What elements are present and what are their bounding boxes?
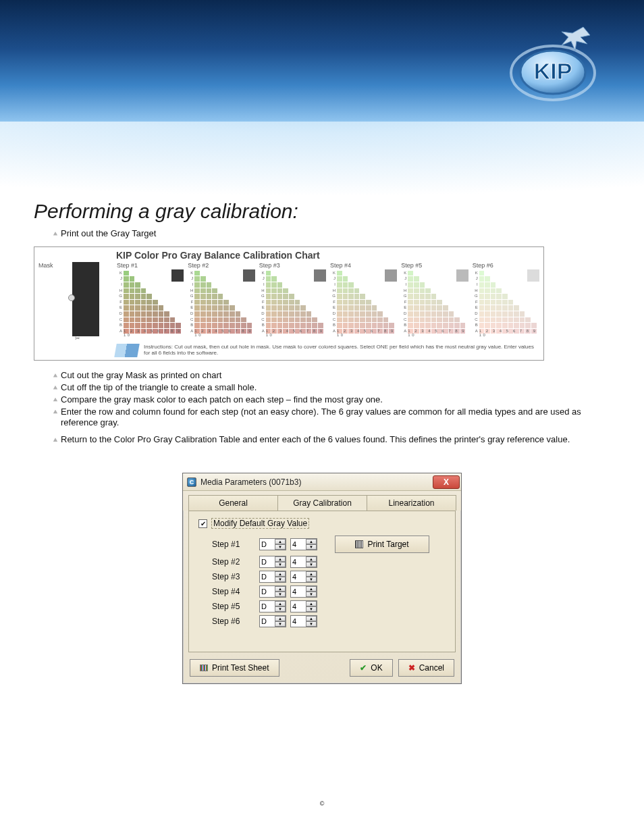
step-number-input-field[interactable] <box>291 616 306 627</box>
print-target-button[interactable]: Print Target <box>335 536 429 553</box>
step-row-6: Step #6▲▼▲▼ <box>212 615 446 627</box>
spin-down-button[interactable]: ▼ <box>306 621 317 627</box>
patch <box>124 271 129 276</box>
step-letter-input[interactable]: ▲▼ <box>259 585 286 598</box>
row-letter: I <box>330 282 336 286</box>
patch <box>194 276 200 282</box>
patch <box>159 305 164 311</box>
spin-up-button[interactable]: ▲ <box>275 616 286 621</box>
step-letter-input-field[interactable] <box>260 586 275 597</box>
patch <box>408 288 413 294</box>
step-letter-input-field[interactable] <box>260 616 275 627</box>
spin-down-button[interactable]: ▼ <box>306 592 317 597</box>
patch <box>236 311 241 317</box>
spin-down-button[interactable]: ▼ <box>306 606 317 612</box>
patch <box>431 294 437 299</box>
cancel-button[interactable]: ✖ Cancel <box>398 659 454 677</box>
step-number-input-field[interactable] <box>291 556 306 567</box>
spin-up-button[interactable]: ▲ <box>275 601 286 606</box>
step-letter-input-field[interactable] <box>260 571 275 582</box>
step-letter-input[interactable]: ▲▼ <box>259 571 286 583</box>
patch <box>366 305 371 311</box>
spin-up-button[interactable]: ▲ <box>306 586 317 592</box>
step-number-input[interactable]: ▲▼ <box>290 600 317 613</box>
step-number-input[interactable]: ▲▼ <box>290 615 317 627</box>
step-letter-input[interactable]: ▲▼ <box>259 538 286 550</box>
spin-down-button[interactable]: ▼ <box>275 544 286 550</box>
row-letter: F <box>330 300 336 304</box>
step-number-input-field[interactable] <box>291 571 306 582</box>
patch <box>496 300 502 305</box>
step-number-input-field[interactable] <box>291 539 306 550</box>
step-letter-input-field[interactable] <box>260 556 275 567</box>
step-letter-input[interactable]: ▲▼ <box>259 615 286 627</box>
patch <box>277 323 283 328</box>
spin-up-button[interactable]: ▲ <box>275 539 286 544</box>
spin-up-button[interactable]: ▲ <box>306 556 317 562</box>
spin-down-button[interactable]: ▼ <box>275 621 286 627</box>
spin-up-button[interactable]: ▲ <box>306 539 317 544</box>
step-number-input-field[interactable] <box>291 601 306 612</box>
step-number-input[interactable]: ▲▼ <box>290 538 317 550</box>
chart-step-grid: KJIHGFEDCBA1 2 3 4 5 6 7 8 9 10 <box>330 269 397 337</box>
spin-down-button[interactable]: ▼ <box>306 577 317 582</box>
chart-step-grid: KJIHGFEDCBA1 2 3 4 5 6 7 8 9 10 <box>473 269 539 337</box>
patch <box>207 323 212 328</box>
step-number-input[interactable]: ▲▼ <box>290 571 317 583</box>
spin-up-button[interactable]: ▲ <box>306 571 317 577</box>
ok-label: OK <box>371 663 382 673</box>
patch <box>200 323 206 328</box>
patch <box>479 276 485 282</box>
patch <box>354 288 360 294</box>
spin-down-button[interactable]: ▼ <box>306 562 317 567</box>
patch <box>437 311 442 317</box>
patch <box>194 294 200 299</box>
patch <box>207 311 212 317</box>
cancel-x-icon: ✖ <box>408 663 415 673</box>
step-letter-input[interactable]: ▲▼ <box>259 600 286 613</box>
patch <box>337 294 342 299</box>
row-letter: G <box>473 294 478 298</box>
spin-down-button[interactable]: ▼ <box>275 592 286 597</box>
modify-default-checkbox[interactable]: ✔ <box>198 519 207 528</box>
spin-up-button[interactable]: ▲ <box>306 601 317 606</box>
patch <box>130 276 135 282</box>
step-letter-input[interactable]: ▲▼ <box>259 556 286 568</box>
spin-down-button[interactable]: ▼ <box>306 544 317 550</box>
row-letter: E <box>259 305 265 309</box>
spin-up-button[interactable]: ▲ <box>275 556 286 562</box>
print-test-sheet-button[interactable]: Print Test Sheet <box>190 659 279 677</box>
patch <box>135 311 140 317</box>
patch <box>266 276 271 282</box>
spin-down-button[interactable]: ▼ <box>275 577 286 582</box>
spin-up-button[interactable]: ▲ <box>306 616 317 621</box>
tab-linearization[interactable]: Linearization <box>367 495 456 511</box>
patch <box>306 323 312 328</box>
ok-button[interactable]: ✔ OK <box>350 659 392 677</box>
patch <box>153 311 158 317</box>
patch <box>485 276 490 282</box>
spin-down-button[interactable]: ▼ <box>275 562 286 567</box>
patch <box>337 305 342 311</box>
step-number-input[interactable]: ▲▼ <box>290 556 317 568</box>
patch <box>212 323 217 328</box>
patch <box>130 288 135 294</box>
step-letter-input-field[interactable] <box>260 539 275 550</box>
patch <box>223 300 229 305</box>
spin-up-button[interactable]: ▲ <box>275 571 286 577</box>
spin-down-button[interactable]: ▼ <box>275 606 286 612</box>
patch <box>283 294 288 299</box>
patch <box>130 311 135 317</box>
step-letter-input-field[interactable] <box>260 601 275 612</box>
tab-general[interactable]: General <box>188 495 278 511</box>
row-letter: D <box>473 311 478 315</box>
patch <box>141 288 146 294</box>
close-button[interactable]: X <box>433 475 460 489</box>
chart-step-4: Step #4KJIHGFEDCBA1 2 3 4 5 6 7 8 9 10 <box>330 262 397 337</box>
patch <box>300 305 306 311</box>
step-number-input[interactable]: ▲▼ <box>290 585 317 598</box>
tab-gray-calibration[interactable]: Gray Calibration <box>277 495 367 511</box>
step-number-input-field[interactable] <box>291 586 306 597</box>
patch <box>454 317 460 323</box>
spin-up-button[interactable]: ▲ <box>275 586 286 592</box>
